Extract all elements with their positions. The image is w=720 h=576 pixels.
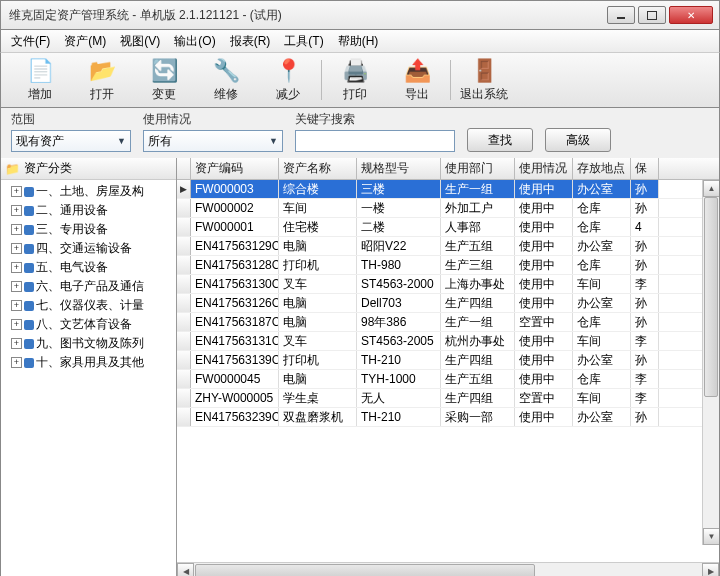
- export-button[interactable]: 📤导出: [386, 54, 448, 107]
- column-header[interactable]: 资产编码: [191, 158, 279, 179]
- cell: 车间: [573, 389, 631, 407]
- expand-icon[interactable]: +: [11, 224, 22, 235]
- search-button[interactable]: 查找: [467, 128, 533, 152]
- scroll-right-button[interactable]: ▶: [702, 563, 719, 576]
- cell: 电脑: [279, 313, 357, 331]
- cell: EN417563239CN: [191, 408, 279, 426]
- repair-icon: 🔧: [212, 58, 240, 84]
- tree-node[interactable]: +七、仪器仪表、计量: [1, 296, 176, 315]
- title-bar: 维克固定资产管理系统 - 单机版 2.1.121121 - (试用): [0, 0, 720, 30]
- menu-asset[interactable]: 资产(M): [58, 31, 112, 52]
- cell: EN417563139CN: [191, 351, 279, 369]
- tree-node[interactable]: +二、通用设备: [1, 201, 176, 220]
- scroll-up-button[interactable]: ▲: [703, 180, 719, 197]
- expand-icon[interactable]: +: [11, 243, 22, 254]
- tree-node[interactable]: +九、图书文物及陈列: [1, 334, 176, 353]
- table-row[interactable]: EN417563187CN电脑98年386生产一组空置中仓库孙: [177, 313, 719, 332]
- vertical-scrollbar[interactable]: ▲ ▼: [702, 180, 719, 545]
- repair-button[interactable]: 🔧维修: [195, 54, 257, 107]
- expand-icon[interactable]: +: [11, 262, 22, 273]
- menu-tool[interactable]: 工具(T): [278, 31, 329, 52]
- expand-icon[interactable]: +: [11, 281, 22, 292]
- usage-combo[interactable]: 所有▼: [143, 130, 283, 152]
- scroll-thumb[interactable]: [704, 197, 718, 397]
- node-icon: [24, 244, 34, 254]
- menu-view[interactable]: 视图(V): [114, 31, 166, 52]
- menu-file[interactable]: 文件(F): [5, 31, 56, 52]
- tree-node[interactable]: +八、文艺体育设备: [1, 315, 176, 334]
- table-row[interactable]: EN417563128CN打印机TH-980生产三组使用中仓库孙: [177, 256, 719, 275]
- expand-icon[interactable]: +: [11, 186, 22, 197]
- expand-icon[interactable]: +: [11, 357, 22, 368]
- expand-icon[interactable]: +: [11, 300, 22, 311]
- tree-node[interactable]: +四、交通运输设备: [1, 239, 176, 258]
- reduce-icon: 📍: [274, 58, 302, 84]
- print-button[interactable]: 🖨️打印: [324, 54, 386, 107]
- table-row[interactable]: FW000001住宅楼二楼人事部使用中仓库4: [177, 218, 719, 237]
- menu-report[interactable]: 报表(R): [224, 31, 277, 52]
- cell: ZHY-W000005: [191, 389, 279, 407]
- cell: 仓库: [573, 256, 631, 274]
- table-row[interactable]: EN417563129CN电脑昭阳V22生产五组使用中办公室孙: [177, 237, 719, 256]
- node-icon: [24, 320, 34, 330]
- maximize-button[interactable]: [638, 6, 666, 24]
- table-row[interactable]: ▶FW000003综合楼三楼生产一组使用中办公室孙: [177, 180, 719, 199]
- horizontal-scrollbar[interactable]: ◀ ▶: [177, 562, 719, 576]
- column-header[interactable]: 存放地点: [573, 158, 631, 179]
- table-row[interactable]: ZHY-W000005学生桌无人生产四组空置中车间李: [177, 389, 719, 408]
- cell: 打印机: [279, 256, 357, 274]
- column-header[interactable]: 保: [631, 158, 659, 179]
- cell: TH-210: [357, 408, 441, 426]
- tree-node[interactable]: +六、电子产品及通信: [1, 277, 176, 296]
- row-indicator-header: [177, 158, 191, 179]
- tree-node[interactable]: +三、专用设备: [1, 220, 176, 239]
- column-header[interactable]: 使用情况: [515, 158, 573, 179]
- expand-icon[interactable]: +: [11, 319, 22, 330]
- row-indicator: [177, 332, 191, 350]
- scope-combo[interactable]: 现有资产▼: [11, 130, 131, 152]
- expand-icon[interactable]: +: [11, 205, 22, 216]
- table-row[interactable]: FW0000045电脑TYH-1000生产五组使用中仓库李: [177, 370, 719, 389]
- tree-root[interactable]: 📁 资产分类: [1, 158, 176, 180]
- scroll-left-button[interactable]: ◀: [177, 563, 194, 576]
- column-header[interactable]: 资产名称: [279, 158, 357, 179]
- scroll-down-button[interactable]: ▼: [703, 528, 719, 545]
- toolbar-separator: [321, 60, 322, 100]
- close-button[interactable]: [669, 6, 713, 24]
- advanced-button[interactable]: 高级: [545, 128, 611, 152]
- table-row[interactable]: EN417563131CN叉车ST4563-2005杭州办事处使用中车间李: [177, 332, 719, 351]
- table-row[interactable]: EN417563139CN打印机TH-210生产四组使用中办公室孙: [177, 351, 719, 370]
- column-header[interactable]: 使用部门: [441, 158, 515, 179]
- table-row[interactable]: FW000002车间一楼外加工户使用中仓库孙: [177, 199, 719, 218]
- cell: 生产四组: [441, 351, 515, 369]
- chevron-down-icon: ▼: [117, 136, 126, 146]
- menu-help[interactable]: 帮助(H): [332, 31, 385, 52]
- cell: EN417563187CN: [191, 313, 279, 331]
- grid-panel: 资产编码资产名称规格型号使用部门使用情况存放地点保 ▶FW000003综合楼三楼…: [177, 158, 719, 576]
- menu-output[interactable]: 输出(O): [168, 31, 221, 52]
- column-header[interactable]: 规格型号: [357, 158, 441, 179]
- tree-node-label: 八、文艺体育设备: [36, 316, 132, 333]
- reduce-button[interactable]: 📍减少: [257, 54, 319, 107]
- keyword-input[interactable]: [295, 130, 455, 152]
- scroll-thumb[interactable]: [195, 564, 535, 576]
- minimize-button[interactable]: [607, 6, 635, 24]
- table-row[interactable]: EN417563239CN双盘磨浆机TH-210采购一部使用中办公室孙: [177, 408, 719, 427]
- tree-node[interactable]: +五、电气设备: [1, 258, 176, 277]
- exit-button[interactable]: 🚪退出系统: [453, 54, 515, 107]
- cell: 上海办事处: [441, 275, 515, 293]
- cell: 李: [631, 332, 659, 350]
- open-button[interactable]: 📂打开: [71, 54, 133, 107]
- expand-icon[interactable]: +: [11, 338, 22, 349]
- cell: FW0000045: [191, 370, 279, 388]
- table-row[interactable]: EN417563126CN电脑Dell703生产四组使用中办公室孙: [177, 294, 719, 313]
- cell: EN417563129CN: [191, 237, 279, 255]
- table-row[interactable]: EN417563130CN叉车ST4563-2000上海办事处使用中车间李: [177, 275, 719, 294]
- tree-node[interactable]: +一、土地、房屋及构: [1, 182, 176, 201]
- add-button[interactable]: 📄增加: [9, 54, 71, 107]
- cell: TH-210: [357, 351, 441, 369]
- window-buttons: [607, 6, 713, 24]
- cell: 李: [631, 275, 659, 293]
- change-button[interactable]: 🔄变更: [133, 54, 195, 107]
- tree-node[interactable]: +十、家具用具及其他: [1, 353, 176, 372]
